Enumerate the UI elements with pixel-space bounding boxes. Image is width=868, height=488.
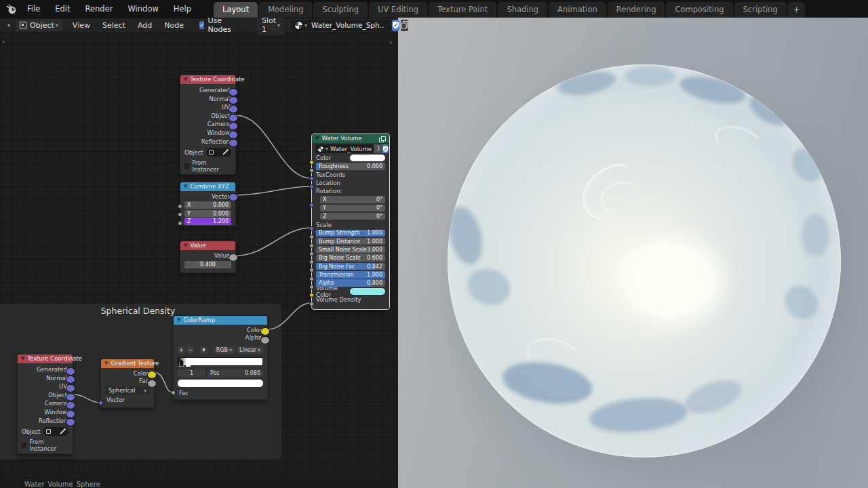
menu-help[interactable]: Help bbox=[166, 0, 199, 18]
menu-node[interactable]: Node bbox=[158, 21, 190, 30]
eyedropper-icon[interactable] bbox=[60, 428, 66, 434]
node-texture-coordinate-top[interactable]: ▼ Texture Coordinate Generated Normal UV… bbox=[180, 75, 236, 175]
nodegroup-selector[interactable]: ▾ Water_Volume bbox=[315, 144, 374, 153]
tab-shading[interactable]: Shading bbox=[498, 2, 547, 18]
shader-node-editor[interactable]: › ‹ Spherical Density ▼ Texture Coordina… bbox=[0, 32, 398, 488]
socket-fac-input[interactable] bbox=[171, 390, 176, 395]
menu-view[interactable]: View bbox=[66, 21, 96, 30]
water-sphere-render[interactable] bbox=[448, 64, 841, 458]
collapse-triangle-icon[interactable]: ▼ bbox=[315, 134, 319, 143]
fake-user-shield-toggle[interactable] bbox=[382, 144, 389, 153]
collapse-triangle-icon[interactable]: ▼ bbox=[184, 182, 187, 191]
node-header[interactable]: ▼ Texture Coordinate bbox=[180, 75, 235, 84]
socket-roughness-input[interactable] bbox=[309, 168, 314, 173]
menu-select[interactable]: Select bbox=[96, 21, 132, 30]
tab-animation[interactable]: Animation bbox=[549, 2, 606, 18]
socket-z-input[interactable] bbox=[178, 221, 182, 226]
object-picker-field[interactable] bbox=[43, 427, 68, 436]
object-picker-field[interactable] bbox=[206, 148, 231, 157]
browse-material-icon[interactable] bbox=[294, 21, 303, 30]
z-value-field-driver[interactable]: Z1.200 bbox=[184, 218, 231, 225]
ramp-stop-0[interactable] bbox=[179, 359, 184, 367]
tab-rendering[interactable]: Rendering bbox=[608, 2, 665, 18]
collapse-triangle-icon[interactable]: ▼ bbox=[184, 75, 187, 84]
big-noise-scale-field[interactable]: Big Noise Scale0.600 bbox=[316, 254, 385, 262]
viewport-3d[interactable] bbox=[398, 18, 868, 488]
node-header[interactable]: ▼ Water Volume bbox=[312, 134, 389, 143]
from-instancer-checkbox[interactable] bbox=[22, 443, 26, 448]
menu-render[interactable]: Render bbox=[78, 0, 121, 18]
stop-index-field[interactable]: 1 bbox=[178, 369, 205, 377]
socket-volume-density-input[interactable] bbox=[309, 302, 314, 306]
tab-uv-editing[interactable]: UV Editing bbox=[369, 2, 427, 18]
menu-file[interactable]: File bbox=[20, 0, 47, 18]
node-texture-coordinate-bottom[interactable]: ▼ Texture Coordinate Generated Normal UV… bbox=[17, 354, 73, 454]
socket-location-input[interactable] bbox=[309, 184, 314, 189]
value-field[interactable]: 0.400 bbox=[184, 261, 231, 268]
roughness-slider[interactable]: Roughness0.060 bbox=[316, 163, 385, 170]
rotation-y-field[interactable]: Y0° bbox=[320, 205, 385, 212]
collapse-triangle-icon[interactable]: ▼ bbox=[177, 316, 180, 325]
node-header[interactable]: ▼ ColorRamp bbox=[174, 316, 267, 325]
add-workspace-button[interactable]: + bbox=[788, 2, 806, 18]
tab-texture-paint[interactable]: Texture Paint bbox=[429, 2, 496, 18]
x-value-field[interactable]: X0.000 bbox=[184, 201, 231, 209]
alpha-slider[interactable]: Alpha0.800 bbox=[316, 279, 385, 287]
big-noise-fac-slider[interactable]: Big Noise Fac0.842 bbox=[316, 263, 385, 270]
blender-logo-icon[interactable] bbox=[5, 3, 17, 15]
collapse-triangle-icon[interactable]: ▼ bbox=[104, 359, 108, 368]
color-swatch[interactable] bbox=[350, 155, 385, 162]
transmission-slider[interactable]: Transmission1.000 bbox=[316, 271, 385, 279]
interpolation-dropdown[interactable]: Linear▾ bbox=[237, 346, 263, 354]
node-header[interactable]: ▼ Combine XYZ bbox=[180, 182, 235, 191]
ramp-stop-1-selected[interactable] bbox=[186, 359, 191, 367]
socket-volume-color-input[interactable] bbox=[309, 293, 314, 298]
socket-small-noise-scale-input[interactable] bbox=[309, 251, 314, 256]
socket-y-input[interactable] bbox=[178, 212, 182, 217]
tab-layout[interactable]: Layout bbox=[214, 2, 258, 18]
editor-type-chevron-icon[interactable]: ▾ bbox=[7, 22, 10, 28]
menu-add[interactable]: Add bbox=[132, 21, 158, 30]
node-header[interactable]: ▼ Texture Coordinate bbox=[18, 354, 73, 363]
material-name-field[interactable]: Water_Volume_Sph.. bbox=[307, 21, 388, 29]
tab-modeling[interactable]: Modeling bbox=[259, 2, 312, 18]
node-header[interactable]: ▼ Value bbox=[180, 241, 235, 250]
menu-window[interactable]: Window bbox=[120, 0, 165, 18]
tab-compositing[interactable]: Compositing bbox=[666, 2, 732, 18]
socket-x-input[interactable] bbox=[178, 204, 182, 209]
node-combine-xyz[interactable]: ▼ Combine XYZ Vector X0.000 Y0.000 Z1.20… bbox=[180, 182, 236, 226]
rotation-z-field[interactable]: Z0° bbox=[320, 213, 385, 220]
tab-scripting[interactable]: Scripting bbox=[734, 2, 787, 18]
tab-sculpting[interactable]: Sculpting bbox=[313, 2, 368, 18]
node-value[interactable]: ▼ Value Value 0.400 bbox=[180, 241, 236, 273]
add-stop-button[interactable]: + bbox=[178, 346, 185, 354]
remove-stop-button[interactable]: − bbox=[187, 346, 195, 354]
users-count-badge[interactable]: 3 bbox=[374, 144, 382, 153]
color-ramp-gradient-bar[interactable] bbox=[178, 357, 263, 366]
socket-rotation-input[interactable] bbox=[309, 203, 314, 207]
gradient-type-dropdown[interactable]: Spherical ▾ bbox=[105, 386, 150, 394]
socket-scale-input[interactable] bbox=[309, 226, 314, 231]
socket-transmission-input[interactable] bbox=[309, 277, 314, 281]
socket-big-noise-fac-input[interactable] bbox=[309, 268, 314, 272]
selected-stop-color-swatch[interactable] bbox=[178, 380, 263, 387]
small-noise-scale-field[interactable]: Small Noise Scale3.000 bbox=[316, 246, 385, 253]
socket-color-input[interactable] bbox=[309, 160, 314, 165]
node-gradient-texture[interactable]: ▼ Gradient Texture Color Fac Spherical ▾… bbox=[100, 359, 155, 408]
y-value-field[interactable]: Y0.000 bbox=[184, 210, 231, 218]
socket-vector-input[interactable] bbox=[98, 401, 103, 405]
slot-dropdown[interactable]: Slot 1 ▾ bbox=[257, 15, 285, 35]
collapse-triangle-icon[interactable]: ▼ bbox=[184, 241, 187, 250]
socket-alpha-input[interactable] bbox=[309, 285, 314, 289]
socket-texcoords-input[interactable] bbox=[309, 176, 314, 181]
node-header[interactable]: ▼ Gradient Texture bbox=[101, 359, 154, 368]
node-group-water-volume[interactable]: ▼ Water Volume ▾ Water_Volume 3 Color Ro… bbox=[311, 134, 390, 310]
rotation-x-field[interactable]: X0° bbox=[320, 196, 385, 203]
volume-color-swatch[interactable] bbox=[350, 288, 385, 296]
node-colorramp[interactable]: ▼ ColorRamp Color Alpha + − ▾ RGB▾ Linea… bbox=[173, 315, 268, 400]
socket-big-noise-scale-input[interactable] bbox=[309, 260, 314, 264]
socket-bump-strength-input[interactable] bbox=[309, 235, 314, 239]
stop-position-field[interactable]: Pos0.086 bbox=[208, 369, 263, 377]
fake-user-shield-toggle[interactable] bbox=[392, 20, 399, 31]
color-mode-dropdown[interactable]: RGB▾ bbox=[214, 346, 235, 354]
